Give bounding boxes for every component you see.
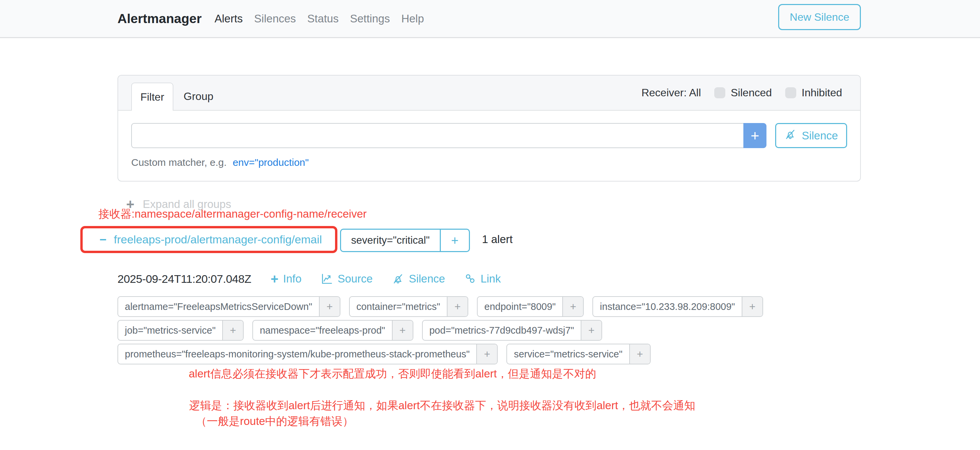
- silenced-checkbox[interactable]: [714, 87, 725, 98]
- alert-labels: alertname="FreeleapsMetricsServiceDown" …: [118, 296, 763, 364]
- filter-card-body: + Silence Custom matcher, e.g.env="produ…: [118, 111, 860, 181]
- link-action[interactable]: Link: [465, 273, 501, 285]
- filter-card-header: Filter Group Receiver: All Silenced Inhi…: [118, 76, 860, 111]
- inhibited-checkbox-item[interactable]: Inhibited: [785, 87, 842, 99]
- alert-label-text: prometheus="freeleaps-monitoring-system/…: [118, 344, 476, 364]
- main-nav: Alerts Silences Status Settings Help: [215, 0, 424, 37]
- alert-meta-row: 2025-09-24T11:20:07.048Z + Info Source: [118, 270, 501, 287]
- nav-item-settings[interactable]: Settings: [350, 13, 390, 25]
- annotation-receiver-note: 接收器:namespace/altermanager-config-name/r…: [99, 207, 367, 222]
- silence-from-filter-button[interactable]: Silence: [775, 123, 847, 148]
- group-matcher-label: severity="critical": [341, 230, 440, 251]
- annotation-note-2: 逻辑是：接收器收到alert后进行通知，如果alert不在接收器下，说明接收器没…: [189, 398, 695, 413]
- add-filter-button[interactable]: +: [742, 297, 762, 316]
- alert-label-text: service="metrics-service": [507, 344, 629, 364]
- alert-label-text: endpoint="8009": [477, 297, 562, 316]
- bell-slash-icon: [392, 273, 404, 285]
- source-action[interactable]: Source: [321, 273, 373, 285]
- add-filter-button[interactable]: +: [392, 321, 413, 340]
- inhibited-checkbox-label: Inhibited: [802, 87, 842, 99]
- annotation-note-3: （一般是route中的逻辑有错误）: [196, 414, 353, 429]
- tab-group[interactable]: Group: [178, 82, 218, 110]
- silenced-checkbox-label: Silenced: [731, 87, 772, 99]
- alert-label-chip: service="metrics-service" +: [506, 344, 650, 364]
- bell-slash-icon: [784, 128, 796, 143]
- chart-icon: [321, 273, 333, 285]
- link-action-label: Link: [480, 273, 501, 285]
- label-row: alertname="FreeleapsMetricsServiceDown" …: [118, 296, 763, 317]
- add-filter-button[interactable]: +: [476, 344, 497, 364]
- info-action[interactable]: + Info: [270, 272, 301, 285]
- silence-action[interactable]: Silence: [392, 273, 445, 285]
- new-silence-button[interactable]: New Silence: [778, 4, 861, 30]
- alert-count: 1 alert: [482, 233, 513, 246]
- label-row: prometheus="freeleaps-monitoring-system/…: [118, 344, 763, 364]
- matcher-hint: Custom matcher, e.g.env="production": [131, 157, 847, 168]
- alertmanager-page: Alertmanager Alerts Silences Status Sett…: [0, 0, 980, 450]
- nav-item-silences[interactable]: Silences: [254, 13, 296, 25]
- add-filter-button[interactable]: +: [581, 321, 601, 340]
- silence-filter-button-label: Silence: [802, 129, 838, 142]
- silenced-checkbox-item[interactable]: Silenced: [714, 87, 772, 99]
- alert-label-text: instance="10.233.98.209:8009": [593, 297, 742, 316]
- add-filter-button[interactable]: +: [629, 344, 650, 364]
- inhibited-checkbox[interactable]: [785, 87, 796, 98]
- alert-label-chip: alertname="FreeleapsMetricsServiceDown" …: [118, 296, 340, 317]
- filter-card: Filter Group Receiver: All Silenced Inhi…: [118, 75, 861, 182]
- matcher-input[interactable]: [131, 123, 743, 148]
- receiver-filter-label[interactable]: Receiver: All: [641, 87, 701, 99]
- matcher-hint-text: Custom matcher, e.g.: [131, 157, 227, 168]
- alert-label-text: container="metrics": [350, 297, 447, 316]
- alert-label-chip: pod="metrics-77d9cdb497-wdsj7" +: [422, 320, 602, 341]
- nav-item-help[interactable]: Help: [401, 13, 424, 25]
- alert-label-chip: endpoint="8009" +: [477, 296, 584, 317]
- source-action-label: Source: [338, 273, 373, 285]
- link-icon: [465, 273, 476, 285]
- app-brand[interactable]: Alertmanager: [118, 0, 202, 37]
- matcher-input-row: + Silence: [131, 123, 847, 148]
- alert-label-text: alertname="FreeleapsMetricsServiceDown": [118, 297, 319, 316]
- alert-label-text: job="metrics-service": [118, 321, 222, 340]
- alert-label-chip: namespace="freeleaps-prod" +: [252, 320, 413, 341]
- annotation-red-box: − freeleaps-prod/alertmanager-config/ema…: [80, 226, 337, 253]
- add-filter-button[interactable]: +: [447, 297, 468, 316]
- annotation-note-1: alert信息必须在接收器下才表示配置成功，否则即使能看到alert，但是通知是…: [189, 366, 596, 382]
- info-action-label: Info: [283, 273, 302, 285]
- label-row: job="metrics-service" + namespace="freel…: [118, 320, 763, 341]
- alert-label-text: namespace="freeleaps-prod": [253, 321, 391, 340]
- alert-label-chip: job="metrics-service" +: [118, 320, 243, 341]
- nav-item-alerts[interactable]: Alerts: [215, 13, 243, 25]
- add-filter-button[interactable]: +: [319, 297, 340, 316]
- silence-action-label: Silence: [409, 273, 445, 285]
- add-filter-button[interactable]: +: [222, 321, 243, 340]
- matcher-example-link[interactable]: env="production": [232, 157, 309, 168]
- alert-label-chip: container="metrics" +: [349, 296, 468, 317]
- alert-timestamp: 2025-09-24T11:20:07.048Z: [118, 273, 251, 285]
- top-navbar: Alertmanager Alerts Silences Status Sett…: [0, 0, 980, 38]
- alert-label-text: pod="metrics-77d9cdb497-wdsj7": [423, 321, 581, 340]
- tab-filter[interactable]: Filter: [131, 82, 173, 111]
- group-matcher-chip: severity="critical" +: [340, 229, 470, 252]
- receiver-group-toggle[interactable]: − freeleaps-prod/alertmanager-config/ema…: [99, 233, 322, 246]
- add-filter-button[interactable]: +: [562, 297, 583, 316]
- alert-label-chip: instance="10.233.98.209:8009" +: [592, 296, 763, 317]
- alert-label-chip: prometheus="freeleaps-monitoring-system/…: [118, 344, 498, 364]
- group-matcher-add-button[interactable]: +: [440, 230, 469, 251]
- minus-icon: −: [99, 234, 107, 246]
- add-matcher-button[interactable]: +: [743, 123, 767, 148]
- plus-icon: +: [270, 272, 278, 285]
- receiver-group-name: freeleaps-prod/alertmanager-config/email: [114, 233, 322, 246]
- nav-item-status[interactable]: Status: [307, 13, 339, 25]
- filter-header-controls: Receiver: All Silenced Inhibited: [641, 76, 842, 110]
